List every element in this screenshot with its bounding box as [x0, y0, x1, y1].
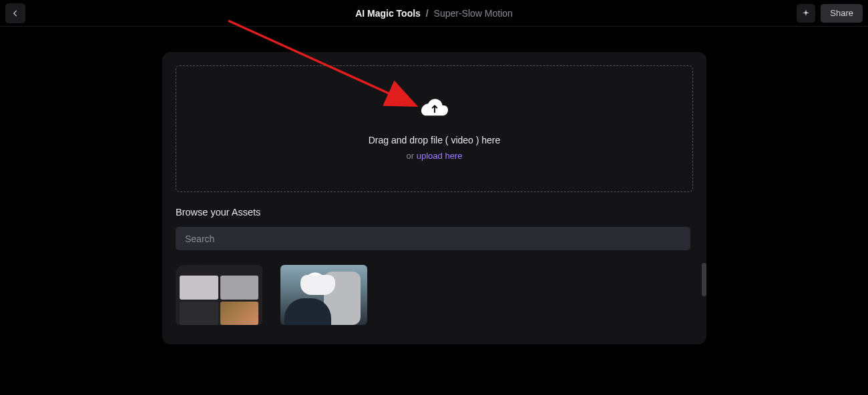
folder-tab-icon	[176, 265, 205, 274]
search-input[interactable]	[185, 234, 681, 244]
cloud-upload-icon	[421, 97, 448, 116]
back-button[interactable]	[5, 3, 25, 23]
share-button-label: Share	[830, 8, 853, 18]
upload-link[interactable]: upload here	[417, 151, 463, 161]
main-panel: Drag and drop file ( video ) here or upl…	[162, 52, 706, 344]
thumbnail-shape	[300, 275, 335, 295]
scrollbar-thumb[interactable]	[702, 263, 706, 296]
thumbnail-tile	[180, 302, 218, 326]
folder-preview-grid	[180, 276, 258, 325]
breadcrumb-main[interactable]: AI Magic Tools	[355, 8, 421, 19]
assets-grid	[176, 265, 693, 325]
thumbnail-tile	[220, 276, 259, 300]
header-right: Share	[797, 4, 863, 23]
share-button[interactable]: Share	[821, 4, 863, 23]
sparkle-icon	[801, 9, 811, 18]
dropzone-text: Drag and drop file ( video ) here	[369, 135, 501, 145]
app-header: AI Magic Tools / Super-Slow Motion Share	[0, 0, 868, 27]
asset-thumbnail[interactable]	[176, 265, 262, 325]
thumbnail-tile	[220, 302, 259, 326]
header-left	[5, 3, 25, 23]
breadcrumb: AI Magic Tools / Super-Slow Motion	[355, 8, 513, 19]
assets-title: Browse your Assets	[176, 207, 693, 218]
thumbnail-tile	[180, 276, 218, 300]
breadcrumb-sub: Super-Slow Motion	[434, 8, 513, 19]
dropzone-subtext: or upload here	[407, 151, 463, 161]
arrow-left-icon	[11, 9, 20, 18]
search-field-wrapper[interactable]	[176, 227, 690, 250]
ai-sparkle-button[interactable]	[797, 4, 815, 23]
asset-thumbnail[interactable]	[280, 265, 367, 325]
breadcrumb-separator: /	[426, 8, 429, 19]
upload-dropzone[interactable]: Drag and drop file ( video ) here or upl…	[176, 65, 693, 192]
dropzone-or: or	[407, 151, 417, 161]
